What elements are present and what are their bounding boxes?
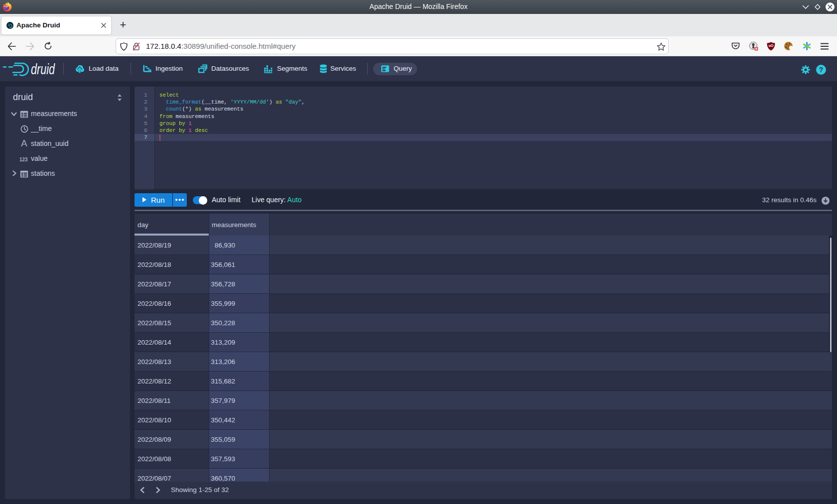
svg-text:uO: uO (769, 44, 774, 47)
